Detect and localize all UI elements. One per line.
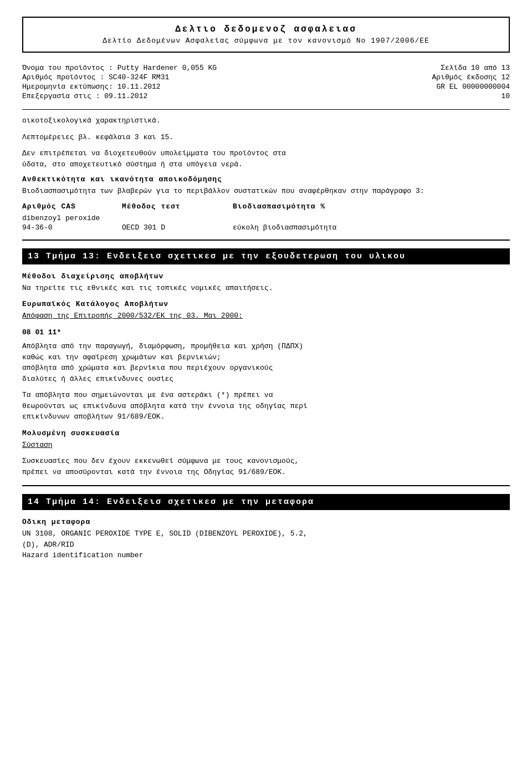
print-date-line: Ημερομηνία εκτύπωσης: 10.11.2012 bbox=[22, 83, 432, 91]
processing-line: Επεξεργασία στις : 09.11.2012 bbox=[22, 92, 432, 100]
section13-sub3-subtitle: Σύσταση bbox=[22, 440, 510, 451]
header-box: Δελτιο δεδομενοζ ασφαλειασ Δελτίο Δεδομέ… bbox=[22, 17, 510, 53]
section13-sub2: Ευρωπαϊκός Κατάλογος Αποβλήτων Απόφαση τ… bbox=[22, 300, 510, 422]
intro-line3: Δεν επιτρέπεται να διοχετευθούν υπολείμμ… bbox=[22, 148, 510, 170]
table-col1-header: Αριθμός CAS bbox=[22, 202, 122, 211]
section13-header: 13 Τμήμα 13: Ενδειξεισ σχετικεσ με την ε… bbox=[22, 248, 510, 264]
biodeg-value: εύκολη βιοδιασπασιμότητα bbox=[233, 223, 510, 232]
meta-left: Όνομα του προϊόντος : Putty Hardener 0,0… bbox=[22, 64, 432, 101]
section14-header: 14 Τμήμα 14: Ενδειξεισ σχετικεσ με την μ… bbox=[22, 494, 510, 510]
colon-3: : bbox=[96, 92, 105, 100]
table-col2-header: Μέθοδος τεστ bbox=[122, 202, 233, 211]
section13-sub1: Μέθοδοι διαχείρισης αποβλήτων Να τηρείτε… bbox=[22, 272, 510, 294]
product-name-line: Όνομα του προϊόντος : Putty Hardener 0,0… bbox=[22, 64, 432, 72]
intro-line1: οικοτοξικολογικά χαρακτηριστικά. bbox=[22, 115, 510, 126]
label-print-date: Ημερομηνία εκτύπωσης: bbox=[22, 83, 113, 91]
product-number-value: SC40-324F RM31 bbox=[109, 73, 169, 81]
gr-el-line: GR EL 00000000004 bbox=[432, 83, 510, 91]
substance-name: dibenzoyl peroxide bbox=[22, 214, 510, 222]
ten-line: 10 bbox=[432, 92, 510, 100]
section14-title: Τμήμα 14: Ενδειξεισ σχετικεσ με την μετα… bbox=[46, 497, 314, 507]
meta-right: Σελίδα 10 από 13 Αριθμός έκδοσης 12 GR E… bbox=[432, 64, 510, 101]
section13-desc: Απόβλητα από την παραγωγή, διαμόρφωση, π… bbox=[22, 341, 510, 384]
table-row-substance: dibenzoyl peroxide bbox=[22, 214, 510, 222]
colon-2: : bbox=[100, 73, 109, 81]
table-col3-header: Βιοδιασπασιμότητα % bbox=[233, 202, 510, 211]
label-product-name: Όνομα του προϊόντος bbox=[22, 64, 104, 72]
method-value: OECD 301 D bbox=[122, 223, 233, 232]
section13-sub2-title: Ευρωπαϊκός Κατάλογος Αποβλήτων bbox=[22, 300, 510, 308]
header-subtitle: Δελτίο Δεδομένων Ασφαλείας σύμφωνα με το… bbox=[34, 37, 498, 45]
section14-sub1-title: Οδικη μεταφορα bbox=[22, 518, 510, 526]
section13-code: 08 01 11* bbox=[22, 327, 510, 338]
biodegradability-title: Ανθεκτικότητα και ικανότητα αποικοδόμηση… bbox=[22, 175, 510, 184]
decision-underline: Απόφαση της Επιτροπής 2000/532/ΕΚ της 03… bbox=[22, 312, 243, 320]
print-date-value: 10.11.2012 bbox=[117, 83, 161, 91]
section13-sub3-sub: Σύσταση bbox=[22, 441, 53, 449]
section13-sub3: Μολυσμένη συσκευασία Σύσταση Συσκευασίες… bbox=[22, 429, 510, 478]
section14-sub1: Οδικη μεταφορα UN 3108, ORGANIC PEROXIDE… bbox=[22, 518, 510, 561]
meta-section: Όνομα του προϊόντος : Putty Hardener 0,0… bbox=[22, 64, 510, 101]
intro-line2: Λεπτομέρειες βλ. κεφάλαια 3 και 15. bbox=[22, 132, 510, 143]
header-title: Δελτιο δεδομενοζ ασφαλειασ bbox=[34, 24, 498, 34]
table-row-data: 94-36-0 OECD 301 D εύκολη βιοδιασπασιμότ… bbox=[22, 223, 510, 232]
biodegradability-section: Ανθεκτικότητα και ικανότητα αποικοδόμηση… bbox=[22, 175, 510, 232]
section13-sub3-title: Μολυσμένη συσκευασία bbox=[22, 429, 510, 437]
page-container: Δελτιο δεδομενοζ ασφαλειασ Δελτίο Δεδομέ… bbox=[0, 0, 532, 584]
section13-note: Τα απόβλητα που σημειώνονται με ένα αστε… bbox=[22, 390, 510, 422]
section13-sub2-underline: Απόφαση της Επιτροπής 2000/532/ΕΚ της 03… bbox=[22, 310, 510, 322]
divider-2 bbox=[22, 240, 510, 241]
section13-sub1-title: Μέθοδοι διαχείρισης αποβλήτων bbox=[22, 272, 510, 281]
product-name-value: Putty Hardener 0,055 KG bbox=[117, 64, 217, 72]
processing-date-value: 09.11.2012 bbox=[104, 92, 147, 100]
divider-3 bbox=[22, 485, 510, 486]
section13-title: Τμήμα 13: Ενδειξεισ σχετικεσ με την εξου… bbox=[46, 252, 406, 261]
section14-number: 14 bbox=[28, 497, 40, 507]
cas-value: 94-36-0 bbox=[22, 223, 122, 232]
section13-sub3-text: Συσκευασίες που δεν έχουν εκκενωθεί σύμφ… bbox=[22, 456, 510, 477]
product-number-line: Αριθμός προϊόντος : SC40-324F RM31 bbox=[22, 73, 432, 81]
divider-1 bbox=[22, 109, 510, 110]
label-processing: Επεξεργασία στις bbox=[22, 92, 91, 100]
section14-sub1-text: UN 3108, ORGANIC PEROXIDE TYPE E, SOLID … bbox=[22, 528, 510, 561]
page-line: Σελίδα 10 από 13 bbox=[432, 64, 510, 72]
section13-sub1-text: Να τηρείτε τις εθνικές και τις τοπικές ν… bbox=[22, 283, 510, 294]
section13-number: 13 bbox=[28, 252, 40, 261]
colon-1: : bbox=[109, 64, 117, 72]
biodegradability-description: Βιοδιασπασιμότητα των βλαβερών για το πε… bbox=[22, 186, 510, 197]
table-header: Αριθμός CAS Μέθοδος τεστ Βιοδιασπασιμότη… bbox=[22, 202, 510, 211]
edition-line: Αριθμός έκδοσης 12 bbox=[432, 73, 510, 81]
label-product-number: Αριθμός προϊόντος bbox=[22, 73, 96, 81]
